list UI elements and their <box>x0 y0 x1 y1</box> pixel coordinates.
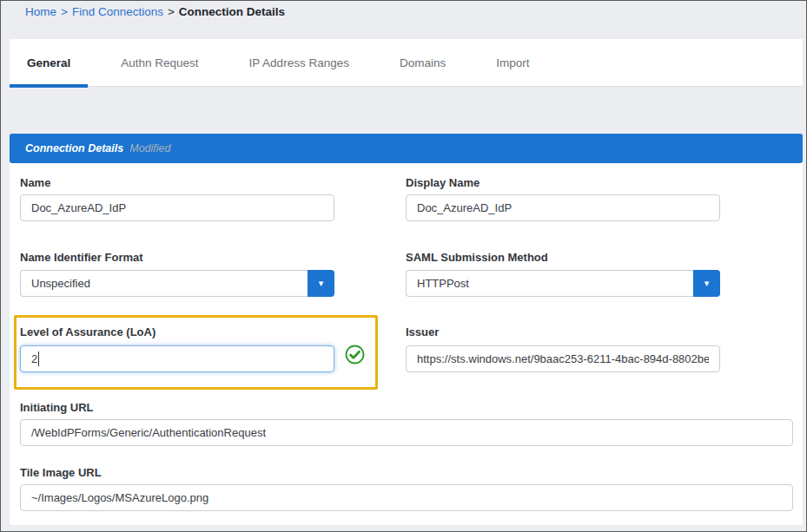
saml-submission-method-select[interactable]: HTTPPost ▾ <box>406 270 720 297</box>
initiating-url-label: Initiating URL <box>20 401 94 414</box>
name-label: Name <box>20 176 50 189</box>
breadcrumb-home-link[interactable]: Home <box>25 5 56 18</box>
tab-import[interactable]: Import <box>479 39 546 86</box>
level-of-assurance-label: Level of Assurance (LoA) <box>20 325 155 338</box>
connection-details-panel: Connection Details Modified Name Display… <box>10 134 803 525</box>
display-name-input[interactable] <box>406 194 720 221</box>
chevron-down-icon[interactable]: ▾ <box>693 270 720 297</box>
tile-image-url-label: Tile Image URL <box>20 466 102 479</box>
breadcrumb-separator: > <box>56 5 72 18</box>
panel-header: Connection Details Modified <box>10 134 803 163</box>
tab-bar: General Authn Request IP Address Ranges … <box>10 39 803 87</box>
connection-details-page: Home>Find Connections>Connection Details… <box>0 0 807 532</box>
saml-submission-method-label: SAML Submission Method <box>406 251 548 264</box>
issuer-label: Issuer <box>406 325 439 338</box>
issuer-input[interactable] <box>406 345 720 372</box>
name-identifier-format-value: Unspecified <box>20 270 308 297</box>
breadcrumb-find-connections-link[interactable]: Find Connections <box>72 5 163 18</box>
breadcrumb-separator: > <box>163 5 179 18</box>
text-cursor <box>38 351 39 366</box>
tab-general[interactable]: General <box>10 39 88 86</box>
tile-image-url-input[interactable] <box>20 484 793 511</box>
breadcrumb: Home>Find Connections>Connection Details <box>25 5 285 18</box>
initiating-url-input[interactable] <box>20 419 793 446</box>
name-identifier-format-label: Name Identifier Format <box>20 251 143 264</box>
name-input[interactable] <box>20 194 334 221</box>
modified-status-badge: Modified <box>129 142 170 154</box>
breadcrumb-current-page: Connection Details <box>179 5 285 18</box>
panel-title: Connection Details <box>25 142 123 154</box>
level-of-assurance-input[interactable] <box>20 345 334 372</box>
tab-ip-address-ranges[interactable]: IP Address Ranges <box>232 39 367 86</box>
tab-authn-request[interactable]: Authn Request <box>103 39 215 86</box>
display-name-label: Display Name <box>406 176 480 189</box>
check-circle-icon <box>345 345 365 365</box>
tab-domains[interactable]: Domains <box>382 39 463 86</box>
saml-submission-method-value: HTTPPost <box>406 270 693 297</box>
name-identifier-format-select[interactable]: Unspecified ▾ <box>20 270 334 297</box>
chevron-down-icon[interactable]: ▾ <box>308 270 334 297</box>
